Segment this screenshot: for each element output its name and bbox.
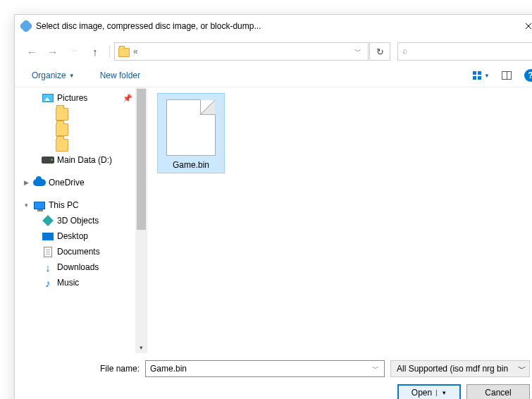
back-button[interactable]: ← — [22, 42, 42, 61]
cancel-label: Cancel — [485, 388, 511, 398]
titlebar: Select disc image, compressed disc image… — [15, 15, 532, 37]
tree-item[interactable]: Documents — [15, 244, 135, 259]
new-folder-button[interactable]: New folder — [97, 69, 143, 82]
drive-icon — [42, 154, 54, 166]
3d-icon — [42, 214, 54, 227]
chevron-down-icon[interactable]: ﹀ — [370, 364, 381, 374]
change-view-button[interactable]: ▼ — [471, 68, 492, 83]
chevron-icon[interactable]: ▾ — [22, 202, 30, 209]
open-label: Open — [412, 388, 432, 398]
tree-item[interactable]: ▾This PC — [15, 197, 135, 213]
grid-icon — [473, 71, 481, 80]
toolbar: Organize ▼ New folder ▼ ? — [15, 66, 532, 87]
chevron-down-icon: ▼ — [484, 73, 490, 79]
organize-menu[interactable]: Organize ▼ — [29, 69, 78, 82]
scrollbar-thumb[interactable] — [137, 89, 146, 230]
file-label: Game.bin — [161, 160, 221, 170]
preview-pane-button[interactable] — [496, 68, 517, 83]
chevron-icon[interactable]: ▶ — [22, 179, 30, 186]
folder-big-icon — [56, 107, 68, 120]
scrollbar-track[interactable]: ▾ — [135, 87, 147, 353]
tree-item-label: Downloads — [57, 262, 135, 272]
address-text: « — [133, 47, 351, 56]
pictures-icon — [42, 92, 54, 104]
folder-big-icon — [56, 138, 68, 151]
tree-item[interactable]: ↓Downloads — [15, 259, 135, 275]
address-dropdown-icon[interactable]: ﹀ — [351, 47, 365, 56]
open-button[interactable]: Open ▼ — [397, 384, 461, 399]
tree-item[interactable]: 3D Objects — [15, 213, 135, 228]
tree-item[interactable] — [15, 137, 135, 152]
pc-icon — [33, 199, 46, 211]
svg-rect-0 — [20, 20, 32, 32]
search-input[interactable]: ⌕ — [397, 42, 532, 61]
music-icon: ♪ — [42, 276, 54, 289]
tree-item-label: 3D Objects — [57, 216, 135, 226]
filename-label: File name: — [30, 364, 140, 374]
file-icon — [166, 99, 216, 156]
folder-icon — [118, 45, 130, 58]
tree-item[interactable]: Pictures📌 — [15, 90, 135, 106]
close-button[interactable] — [512, 16, 532, 37]
up-button[interactable]: ↑ — [85, 42, 105, 61]
tree-item[interactable]: Main Data (D:) — [15, 152, 135, 168]
help-button[interactable]: ? — [524, 69, 532, 82]
chevron-down-icon[interactable]: ▼ — [436, 390, 447, 396]
tree-item[interactable]: ♪Music — [15, 275, 135, 290]
tree-item-label: Desktop — [57, 231, 135, 241]
tree-item-label: This PC — [49, 200, 135, 210]
app-icon — [20, 20, 32, 32]
cloud-icon — [33, 176, 46, 189]
doc-icon — [42, 245, 54, 258]
download-icon: ↓ — [42, 261, 54, 274]
tree-item-label: Music — [57, 278, 135, 288]
preview-pane-icon — [502, 71, 512, 80]
scroll-down-arrow[interactable]: ▾ — [135, 341, 147, 353]
recent-locations-button[interactable]: ﹀ — [64, 42, 84, 61]
tree-item-label: Main Data (D:) — [57, 155, 135, 165]
window-title: Select disc image, compressed disc image… — [36, 21, 261, 31]
dialog-body: Pictures📌Main Data (D:)▶OneDrive▾This PC… — [15, 87, 532, 353]
file-open-dialog: Select disc image, compressed disc image… — [14, 14, 532, 399]
address-bar[interactable]: « ﹀ — [114, 42, 369, 61]
tree-item-label: Pictures — [57, 93, 120, 103]
file-item[interactable]: Game.bin — [157, 93, 225, 173]
file-list[interactable]: Game.bin — [147, 87, 532, 353]
chevron-down-icon: ▼ — [69, 73, 75, 79]
folder-big-icon — [56, 123, 68, 135]
organize-label: Organize — [32, 70, 66, 80]
navigation-bar: ← → ﹀ ↑ « ﹀ ↻ ⌕ — [15, 37, 532, 66]
refresh-button[interactable]: ↻ — [369, 42, 390, 61]
filename-input[interactable]: Game.bin ﹀ — [145, 360, 385, 377]
forward-button[interactable]: → — [43, 42, 63, 61]
search-icon: ⌕ — [402, 46, 407, 56]
pin-icon: 📌 — [123, 94, 132, 103]
tree-item-label: Documents — [57, 247, 135, 257]
footer: File name: Game.bin ﹀ All Supported (iso… — [15, 353, 532, 399]
new-folder-label: New folder — [100, 70, 140, 80]
tree-item[interactable]: Desktop — [15, 228, 135, 244]
tree-item[interactable] — [15, 121, 135, 137]
tree-item[interactable]: ▶OneDrive — [15, 175, 135, 190]
chevron-down-icon[interactable]: ﹀ — [518, 363, 526, 375]
filter-value: All Supported (iso mdf nrg bin — [397, 364, 518, 374]
tree-item-label: OneDrive — [49, 178, 135, 188]
filename-value: Game.bin — [150, 364, 370, 374]
tree-item[interactable] — [15, 106, 135, 121]
desktop-icon — [42, 230, 54, 243]
cancel-button[interactable]: Cancel — [466, 384, 530, 399]
file-type-filter[interactable]: All Supported (iso mdf nrg bin ﹀ — [390, 360, 530, 377]
navigation-tree[interactable]: Pictures📌Main Data (D:)▶OneDrive▾This PC… — [15, 87, 147, 353]
